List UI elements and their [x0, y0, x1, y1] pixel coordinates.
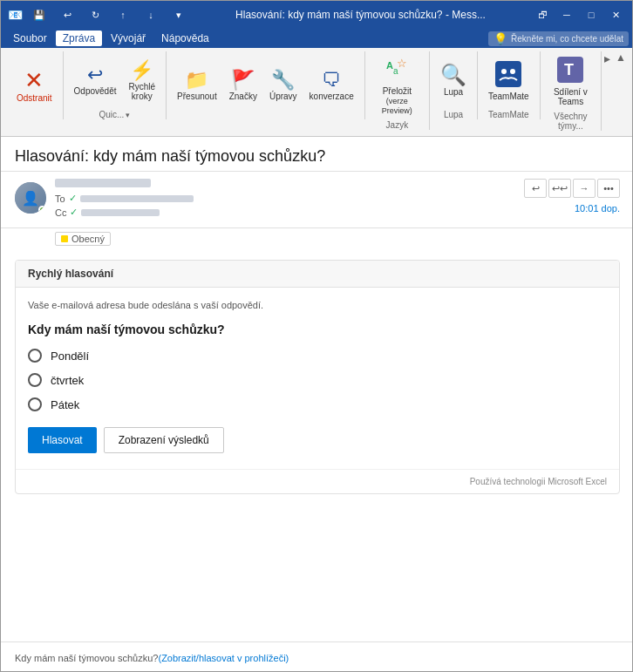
poll-footer: Používá technologii Microsoft Excel: [16, 469, 619, 493]
translate-icon: A a ☆: [385, 57, 409, 85]
poll-actions: Hlasovat Zobrazení výsledků: [28, 427, 607, 453]
ribbon: ✕ Odstranit ↩ Odpovědět ⚡ Rychlékroky Qu…: [1, 48, 633, 137]
poll-option-0[interactable]: Pondělí: [28, 349, 607, 363]
svg-text:A: A: [386, 60, 393, 71]
ribbon-group-teammate: TeamMate TeamMate: [478, 51, 541, 119]
menu-zprava[interactable]: Zpráva: [56, 31, 102, 46]
poll-option-1[interactable]: čtvrtek: [28, 373, 607, 387]
save-title-btn[interactable]: 💾: [28, 6, 51, 24]
ribbon-more-btn[interactable]: ▸: [602, 51, 613, 65]
email-meta: To ✓ Cc ✓: [55, 179, 515, 221]
language-buttons: A a ☆ Přeložit(verze Preview): [371, 51, 424, 119]
delete-label: Odstranit: [17, 93, 52, 103]
flag-icon: 🚩: [231, 71, 255, 90]
poll-header: Rychlý hlasování: [16, 261, 619, 288]
reply-btn[interactable]: ↩ Odpovědět: [69, 55, 122, 107]
convo-icon: 🗨: [322, 71, 341, 90]
cc-check-icon: ✓: [70, 207, 78, 218]
title-bar: 📧 💾 ↩ ↻ ↑ ↓ ▾ Hlasování: kdy mám naší tý…: [1, 1, 633, 29]
quick-steps-btn[interactable]: ⚡ Rychlékroky: [124, 55, 161, 107]
ribbon-search[interactable]: 💡 Řekněte mi, co chcete udělat: [488, 31, 629, 46]
search-placeholder: Řekněte mi, co chcete udělat: [511, 34, 623, 44]
to-row: To ✓: [55, 193, 515, 204]
category-row: Obecný: [1, 228, 633, 253]
vote-button[interactable]: Hlasovat: [28, 427, 97, 453]
download-title-btn[interactable]: ↓: [140, 6, 162, 24]
zoom-buttons: 🔍 Lupa: [435, 51, 472, 108]
email-header: 👤 To ✓ Cc ✓ ↩ ↩↩: [1, 172, 633, 228]
ribbon-up-icon: ▲: [616, 51, 626, 64]
flag-label: Značky: [229, 92, 257, 101]
bottom-text-prefix: Kdy mám naší týmovou schůzku?: [15, 653, 158, 663]
zoom-label: Lupa: [444, 87, 463, 97]
reply-nav-btn[interactable]: ↩: [524, 179, 547, 198]
svg-text:☆: ☆: [397, 57, 407, 70]
radio-ctvrtek[interactable]: [28, 373, 42, 387]
svg-point-4: [501, 69, 507, 74]
ribbon-collapse-icon: ▸: [604, 51, 610, 65]
to-check-icon: ✓: [69, 193, 77, 204]
teammate-buttons: TeamMate: [483, 51, 534, 108]
window-title: Hlasování: kdy mám naší týmovou schůzku?…: [195, 9, 526, 21]
sender-name: [55, 179, 151, 187]
undo-title-btn[interactable]: ↩: [56, 6, 78, 24]
cc-row: Cc ✓: [55, 207, 515, 218]
radio-patek[interactable]: [28, 397, 42, 411]
forward-nav-btn[interactable]: →: [573, 179, 596, 198]
app-window: 📧 💾 ↩ ↻ ↑ ↓ ▾ Hlasování: kdy mám naší tý…: [1, 1, 633, 672]
avatar: 👤: [15, 182, 46, 214]
ribbon-group-zoom: 🔍 Lupa Lupa: [430, 51, 478, 119]
poll-option-2[interactable]: Pátek: [28, 397, 607, 411]
ribbon-group-teams: T Sdílení vTeams Všechny týmy...: [541, 51, 602, 131]
menu-vyvojar[interactable]: Vývojář: [104, 31, 153, 46]
edit-btn[interactable]: 🔧 Úpravy: [264, 59, 303, 112]
ribbon-group-respond: ↩ Odpovědět ⚡ Rychlékroky Quic... ▾: [64, 51, 167, 119]
category-tag[interactable]: Obecný: [55, 232, 111, 246]
menu-napoveda[interactable]: Nápověda: [154, 31, 216, 46]
teammate-label: TeamMate: [488, 92, 529, 101]
menu-soubor[interactable]: Soubor: [6, 31, 54, 46]
maximize-btn[interactable]: □: [580, 6, 602, 24]
window-controls: 🗗 ─ □ ✕: [531, 6, 627, 24]
email-time: 10:01 dop.: [575, 203, 620, 214]
email-subject: Hlasování: kdy mám naší týmovou schůzku?: [15, 147, 620, 166]
upload-title-btn[interactable]: ↑: [112, 6, 134, 24]
close-btn[interactable]: ✕: [604, 6, 627, 24]
reply-icon: ↩: [87, 65, 103, 85]
minimize-btn[interactable]: ─: [555, 6, 578, 24]
edit-label: Úpravy: [269, 92, 297, 101]
category-color-dot: [61, 235, 68, 242]
email-nav-buttons: ↩ ↩↩ → •••: [524, 179, 620, 198]
more-nav-btn[interactable]: •••: [597, 179, 620, 198]
reply-all-nav-btn[interactable]: ↩↩: [548, 179, 571, 198]
teammate-btn[interactable]: TeamMate: [483, 55, 534, 107]
teams-group-label: Všechny týmy...: [546, 110, 596, 131]
respond-group-label: Quic... ▾: [99, 108, 130, 119]
respond-expand-icon[interactable]: ▾: [126, 111, 130, 119]
redo-title-btn[interactable]: ↻: [84, 6, 106, 24]
teammate-group-label: TeamMate: [488, 108, 529, 119]
ribbon-group-move: 📁 Přesunout 🚩 Značky 🔧 Úpravy 🗨 konverza…: [167, 51, 365, 119]
radio-pondeli[interactable]: [28, 349, 42, 363]
restore-btn[interactable]: 🗗: [531, 6, 554, 24]
email-subject-bar: Hlasování: kdy mám naší týmovou schůzku?: [1, 137, 633, 172]
move-btn[interactable]: 📁 Přesunout: [172, 59, 222, 112]
poll-body: Vaše e-mailová adresa bude odeslána s va…: [16, 288, 619, 469]
convo-btn[interactable]: 🗨 konverzace: [304, 59, 359, 112]
translate-btn[interactable]: A a ☆ Přeložit(verze Preview): [371, 53, 424, 119]
cc-label: Cc: [55, 207, 66, 218]
zoom-btn[interactable]: 🔍 Lupa: [435, 55, 472, 107]
move-label: Přesunout: [177, 92, 217, 101]
flag-btn[interactable]: 🚩 Značky: [224, 59, 262, 112]
category-label: Obecný: [71, 234, 105, 244]
more-title-btn[interactable]: ▾: [167, 6, 190, 24]
teams-btn[interactable]: T Sdílení vTeams: [548, 53, 593, 110]
bottom-browser-link[interactable]: (Zobrazit/hlasovat v prohlížeči): [158, 653, 289, 663]
respond-buttons: ↩ Odpovědět ⚡ Rychlékroky: [69, 51, 161, 108]
online-status: [38, 206, 46, 214]
reply-label: Odpovědět: [74, 86, 117, 96]
results-button[interactable]: Zobrazení výsledků: [104, 427, 224, 453]
delete-btn[interactable]: ✕ Odstranit: [11, 59, 58, 112]
teams-buttons: T Sdílení vTeams: [548, 51, 593, 110]
ribbon-collapse-btn[interactable]: ▲: [613, 51, 629, 64]
